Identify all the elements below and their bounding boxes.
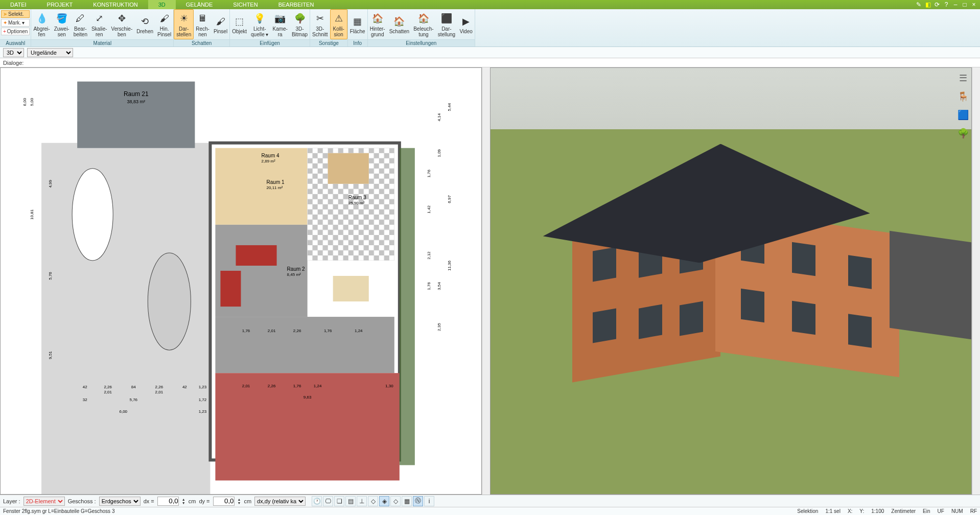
hinpinsel-button[interactable]: 🖌Hin.Pinsel [155, 9, 173, 39]
maximize-icon[interactable]: □ [961, 1, 969, 9]
rel-dropdown[interactable]: dx,dy (relativ ka [254, 497, 306, 506]
dialoge-bar: Dialoge: [0, 58, 980, 67]
dual-icon[interactable]: ❏ [334, 496, 344, 506]
dy-up-icon[interactable]: ▲ [238, 498, 241, 501]
snap1-icon[interactable]: ◇ [368, 496, 378, 506]
darstellen-button[interactable]: ☀Dar-stellen [174, 9, 194, 39]
menu-projekt[interactable]: PROJEKT [37, 0, 83, 9]
menu-bearbeiten[interactable]: BEARBEITEN [268, 0, 324, 9]
stack-icon[interactable]: ▤ [345, 496, 356, 506]
refresh-icon[interactable]: ⟳ [933, 1, 941, 9]
ribbon-label-material: Material [31, 39, 173, 46]
perp-icon[interactable]: ⊥ [357, 496, 367, 506]
status-ein: Ein [923, 508, 930, 514]
darstellung-button[interactable]: ⬛Dar-stellung [436, 9, 457, 39]
layers-icon[interactable]: ☰ [957, 72, 969, 84]
background-icon: 🏠 [371, 13, 384, 25]
minimize-icon[interactable]: – [951, 1, 960, 9]
bearbeiten-button[interactable]: 🖊Bear-beiten [72, 9, 89, 39]
dy-input[interactable] [213, 497, 235, 506]
info-icon[interactable]: i [424, 496, 434, 506]
drehen-button[interactable]: ⟲Drehen [134, 9, 155, 39]
hintergrund-button[interactable]: 🏠Hinter-grund [368, 9, 387, 39]
menu-3d[interactable]: 3D [148, 0, 176, 9]
dx-input[interactable] [157, 497, 179, 506]
dx-down-icon[interactable]: ▼ [182, 501, 185, 505]
objekt-button[interactable]: ⬚Objekt [230, 9, 249, 39]
svg-text:6,00: 6,00 [119, 409, 127, 414]
svg-text:1,24: 1,24 [314, 384, 322, 388]
dy-label: dy = [199, 498, 209, 504]
floorplan-vscroll[interactable] [482, 67, 490, 495]
svg-rect-14 [215, 373, 399, 480]
palette-icon[interactable]: 🟦 [957, 109, 969, 121]
verschieben-button[interactable]: ✥Verschie-ben [109, 9, 135, 39]
brush-icon: 🖌 [158, 13, 171, 25]
svg-text:4,99: 4,99 [48, 179, 53, 188]
rechnen-button[interactable]: 🖩Rech-nen [194, 9, 212, 39]
geschoss-dropdown[interactable]: Erdgeschos [99, 497, 141, 506]
3d-schnitt-button[interactable]: ✂3D-Schnitt [310, 9, 330, 39]
close-icon[interactable]: × [970, 1, 978, 9]
n-toggle-icon[interactable]: Ⓝ [413, 496, 423, 506]
svg-text:2,01: 2,01 [155, 390, 164, 394]
skalieren-button[interactable]: ⤢Skalie-ren [89, 9, 109, 39]
pinsel-button[interactable]: 🖌Pinsel [212, 9, 229, 39]
menu-konstruktion[interactable]: KONSTRUKTION [83, 0, 148, 9]
zuweisen-button[interactable]: 🪣Zuwei-sen [52, 9, 72, 39]
abgreifen-button[interactable]: 💧Abgrei-fen [31, 9, 52, 39]
menu-datei[interactable]: DATEI [0, 0, 37, 9]
svg-text:2,35: 2,35 [437, 323, 441, 331]
lichtquelle-button[interactable]: 💡Licht-quelle ▾ [249, 9, 270, 39]
ribbon-label-schatten: Schatten [174, 39, 229, 46]
svg-text:20,11 m²: 20,11 m² [267, 185, 283, 190]
snap3-icon[interactable]: ◇ [390, 496, 401, 506]
beleuchtung-button[interactable]: 🏠Beleuch-tung [411, 9, 435, 39]
kollision-button[interactable]: ⚠Kolli-sion [330, 9, 347, 39]
marker-icon: ✦ [3, 20, 7, 26]
menu-gelaende[interactable]: GELÄNDE [176, 0, 223, 9]
3d-vscroll[interactable] [972, 67, 980, 495]
svg-text:1,23: 1,23 [199, 385, 207, 389]
svg-text:2,26: 2,26 [293, 329, 301, 333]
svg-text:Raum 2: Raum 2 [287, 266, 305, 272]
pencil-icon[interactable]: ✎ [915, 1, 923, 9]
svg-text:1,76: 1,76 [293, 384, 301, 388]
help-icon[interactable]: ? [942, 1, 950, 9]
bottom-tool-icons: 🕐 🖵 ❏ ▤ ⊥ ◇ ◈ ◇ ▦ Ⓝ i [312, 496, 434, 506]
status-selektion: Selektion [797, 508, 818, 514]
grid-icon[interactable]: ▦ [402, 496, 412, 506]
kamera-button[interactable]: 📷Kame-ra [271, 9, 290, 39]
options-button[interactable]: +Optionen [1, 28, 30, 35]
3d-view[interactable]: ☰ 🪑 🟦 🌳 [490, 67, 972, 495]
flaeche-button[interactable]: ▦Fläche [348, 9, 367, 39]
mark-button[interactable]: ✦Mark.▾ [1, 19, 30, 27]
screen-icon[interactable]: 🖵 [323, 496, 333, 506]
svg-text:11,36: 11,36 [447, 260, 452, 271]
chair-icon[interactable]: 🪑 [957, 90, 969, 103]
ribbon-group-schatten: ☀Dar-stellen 🖩Rech-nen 🖌Pinsel Schatten [174, 9, 230, 46]
clock-icon[interactable]: 🕐 [312, 496, 322, 506]
dy-down-icon[interactable]: ▼ [238, 501, 241, 505]
square-icon[interactable]: ◧ [924, 1, 932, 9]
select-button[interactable]: ➤Selekt. [1, 10, 30, 18]
ribbon-label-einfuegen: Einfügen [230, 39, 310, 46]
dx-up-icon[interactable]: ▲ [182, 498, 185, 501]
video-button[interactable]: ▶Video [457, 9, 475, 39]
layer-dropdown[interactable]: 2D-Element [24, 497, 65, 506]
svg-text:5,76: 5,76 [129, 397, 137, 402]
view-mode-select[interactable]: 3D [3, 48, 24, 57]
floorplan-view[interactable]: Raum 21 38,83 m² R [0, 67, 482, 495]
ribbon: ➤Selekt. ✦Mark.▾ +Optionen Auswahl 💧Abgr… [0, 9, 980, 47]
assign-icon: 🪣 [56, 13, 68, 25]
status-rf: RF [970, 508, 977, 514]
svg-text:2,89 m²: 2,89 m² [262, 159, 275, 163]
ribbon-group-info: ▦Fläche Info [348, 9, 368, 46]
snap2-icon[interactable]: ◈ [379, 496, 389, 506]
status-uf: UF [938, 508, 944, 514]
3d-bitmap-button[interactable]: 🌳3D-Bitmap [290, 9, 310, 39]
menu-sichten[interactable]: SICHTEN [223, 0, 268, 9]
schatten-button[interactable]: 🏠Schatten [387, 9, 411, 39]
tree-side-icon[interactable]: 🌳 [957, 127, 969, 139]
layer-select[interactable]: Urgelände [27, 48, 73, 57]
